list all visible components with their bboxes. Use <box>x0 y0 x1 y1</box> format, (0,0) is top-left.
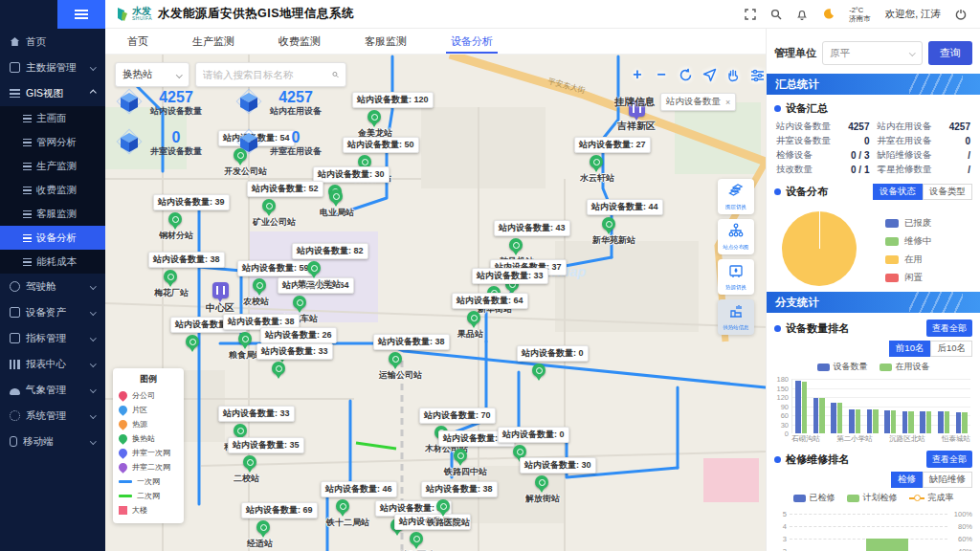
heat-exchange-station-pin-icon[interactable] <box>436 499 450 513</box>
heat-exchange-station-pin-icon[interactable] <box>509 238 523 252</box>
sidebar-collapse-button[interactable] <box>57 0 105 29</box>
heat-exchange-station-pin-icon[interactable] <box>454 449 467 462</box>
tab-0[interactable]: 首页 <box>105 29 170 54</box>
station-marker[interactable]: 站内设备数量: 39钢材分站 <box>153 194 230 242</box>
station-marker[interactable]: 电业局站 <box>314 187 354 219</box>
map-canvas[interactable]: SuperMap 平安东大街 换热站 <box>105 55 766 551</box>
ranking-toggle-1[interactable]: 后10名 <box>930 341 972 357</box>
heat-exchange-station-pin-icon[interactable] <box>336 499 349 513</box>
org-unit-select[interactable]: 原平 <box>822 41 923 65</box>
heat-exchange-station-pin-icon[interactable] <box>262 199 276 212</box>
tab-1[interactable]: 生产监测 <box>170 29 256 54</box>
heat-exchange-station-pin-icon[interactable] <box>164 270 177 283</box>
station-marker[interactable]: 站内设备数量: 82第二小学站 <box>292 243 368 291</box>
sidebar-subitem-4[interactable]: 客服监测 <box>0 202 105 226</box>
sidebar-subitem-1[interactable]: 管网分析 <box>0 130 105 154</box>
heat-exchange-station-pin-icon[interactable] <box>467 311 480 324</box>
station-marker[interactable]: 站内设备数量: 120金美龙站 <box>352 92 434 140</box>
maintenance-toggle-0[interactable]: 检修 <box>891 472 923 488</box>
sidebar-subitem-2[interactable]: 生产监测 <box>0 154 105 178</box>
view-all-button[interactable]: 查看全部 <box>926 320 972 337</box>
sidebar-item-7[interactable]: 气象管理 <box>0 377 105 403</box>
tag-chip[interactable]: 站内设备数量 × <box>660 93 736 111</box>
heat-exchange-station-pin-icon[interactable] <box>256 520 270 534</box>
fullscreen-icon[interactable] <box>745 9 756 20</box>
sidebar-item-8[interactable]: 系统管理 <box>0 403 105 429</box>
logout-power-icon[interactable] <box>955 9 967 20</box>
station-type-select[interactable]: 换热站 <box>115 62 189 87</box>
heat-exchange-station-pin-icon[interactable] <box>368 110 381 123</box>
pan-hand-icon[interactable] <box>725 68 741 83</box>
zoom-in-icon[interactable]: + <box>630 68 645 83</box>
station-marker[interactable]: 站内设备数量: 0 <box>498 427 569 458</box>
map-tool-3[interactable]: 供热站信息 <box>718 299 754 335</box>
heat-exchange-station-pin-icon[interactable] <box>513 445 526 458</box>
tab-4[interactable]: 设备分析 <box>429 29 515 54</box>
heat-exchange-station-pin-icon[interactable] <box>590 155 603 168</box>
ranking-toggle-0[interactable]: 前10名 <box>889 341 931 357</box>
station-marker[interactable]: 站内设备数量: 0 <box>517 345 589 377</box>
sidebar-item-9[interactable]: 移动端 <box>0 429 105 454</box>
district-pin-icon[interactable] <box>212 282 229 298</box>
sidebar-item-0[interactable]: 首页 <box>0 29 105 55</box>
dark-mode-moon-icon[interactable] <box>822 8 835 20</box>
heat-exchange-station-pin-icon[interactable] <box>293 296 306 309</box>
sidebar-item-5[interactable]: 指标管理 <box>0 325 105 351</box>
search-icon[interactable] <box>770 9 782 20</box>
map-tool-1[interactable]: 站点分布图 <box>718 219 754 254</box>
notification-bell-icon[interactable] <box>796 9 808 20</box>
tag-remove-icon[interactable]: × <box>725 98 730 107</box>
heat-exchange-station-pin-icon[interactable] <box>243 455 256 469</box>
station-marker[interactable]: 站内设备数量: 69经适站 <box>241 502 318 550</box>
sidebar-item-2[interactable]: GIS视图 <box>0 80 105 106</box>
sidebar-subitem-5[interactable]: 设备分析 <box>0 226 105 250</box>
station-marker[interactable]: 站内设备数量: 30解放街站 <box>520 457 596 505</box>
maintenance-toggle-1[interactable]: 缺陷维修 <box>923 472 972 488</box>
distribution-toggle-0[interactable]: 设备状态 <box>873 184 923 200</box>
query-button[interactable]: 查询 <box>928 41 972 65</box>
sidebar-subitem-0[interactable]: 主画面 <box>0 106 105 130</box>
station-marker[interactable]: 站内设备数量: 27水云轩站 <box>574 137 651 185</box>
navigate-icon[interactable] <box>702 68 717 83</box>
map-search-input[interactable] <box>203 69 332 80</box>
heat-exchange-station-pin-icon[interactable] <box>238 332 252 345</box>
tab-2[interactable]: 收费监测 <box>256 29 343 54</box>
heat-exchange-station-pin-icon[interactable] <box>602 217 615 231</box>
heat-exchange-station-pin-icon[interactable] <box>168 212 182 226</box>
search-icon[interactable] <box>332 69 339 80</box>
view-all-button[interactable]: 查看全部 <box>926 451 972 468</box>
map-tool-0[interactable]: 图层切换 <box>718 179 754 214</box>
zoom-out-icon[interactable]: − <box>654 68 669 83</box>
heat-exchange-station-pin-icon[interactable] <box>234 424 247 437</box>
heat-exchange-station-pin-icon[interactable] <box>186 335 199 348</box>
layer-settings-icon[interactable] <box>749 68 765 83</box>
map-search-box[interactable] <box>195 62 346 87</box>
sidebar-item-4[interactable]: 设备资产 <box>0 299 105 325</box>
heat-exchange-station-pin-icon[interactable] <box>410 532 423 545</box>
distribution-toggle-1[interactable]: 设备类型 <box>923 184 972 200</box>
station-marker[interactable]: 站内设备数量: 38铁路医院站 <box>421 481 498 529</box>
sidebar-subitem-6[interactable]: 能耗成本 <box>0 250 105 274</box>
heat-exchange-station-pin-icon[interactable] <box>307 261 321 275</box>
sidebar-item-3[interactable]: 驾驶舱 <box>0 274 105 299</box>
area-marker[interactable]: 中心区 <box>206 282 234 315</box>
station-marker[interactable]: 站内设备数量: 33 <box>256 343 333 375</box>
station-marker[interactable]: 站内设备数量: 44新华苑新站 <box>587 199 663 247</box>
sidebar-subitem-3[interactable]: 收费监测 <box>0 178 105 202</box>
heat-exchange-station-pin-icon[interactable] <box>389 352 402 365</box>
map-tool-2[interactable]: 热源切换 <box>718 259 754 295</box>
tab-3[interactable]: 客服监测 <box>343 29 429 54</box>
reset-view-icon[interactable] <box>678 68 693 83</box>
heat-exchange-station-pin-icon[interactable] <box>532 364 546 377</box>
heat-exchange-station-pin-icon[interactable] <box>535 475 548 489</box>
heat-exchange-station-pin-icon[interactable] <box>329 189 343 203</box>
station-marker[interactable]: 站内设备数量: 52矿业公司站 <box>247 181 323 229</box>
station-marker[interactable]: 站内设备数量: 64果品站 <box>452 293 528 341</box>
heat-exchange-station-pin-icon[interactable] <box>253 278 266 292</box>
sidebar-item-6[interactable]: 报表中心 <box>0 351 105 377</box>
sidebar-item-1[interactable]: 主数据管理 <box>0 55 105 80</box>
page-title: 水发能源盾安供热GIS地理信息系统 <box>158 6 354 22</box>
heat-exchange-station-pin-icon[interactable] <box>272 362 285 375</box>
station-marker[interactable]: 站内设备数量: 35二校站 <box>228 437 304 485</box>
station-marker[interactable]: 站内设备数量: 38运输公司站 <box>373 334 450 382</box>
